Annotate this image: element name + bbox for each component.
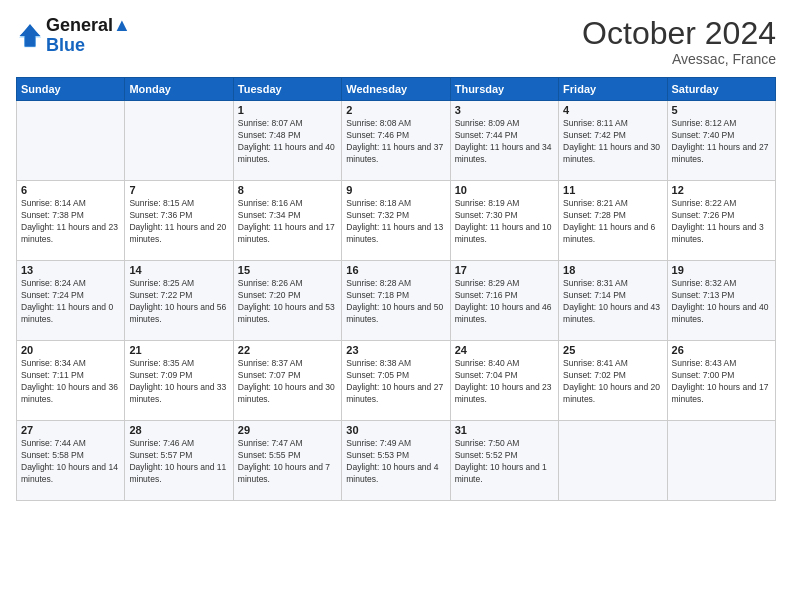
calendar-cell: 24Sunrise: 8:40 AMSunset: 7:04 PMDayligh… (450, 341, 558, 421)
day-info: Sunrise: 8:15 AMSunset: 7:36 PMDaylight:… (129, 198, 228, 246)
day-number: 30 (346, 424, 445, 436)
day-info: Sunrise: 8:19 AMSunset: 7:30 PMDaylight:… (455, 198, 554, 246)
calendar-cell: 7Sunrise: 8:15 AMSunset: 7:36 PMDaylight… (125, 181, 233, 261)
day-info: Sunrise: 8:09 AMSunset: 7:44 PMDaylight:… (455, 118, 554, 166)
calendar-cell: 12Sunrise: 8:22 AMSunset: 7:26 PMDayligh… (667, 181, 775, 261)
header-saturday: Saturday (667, 78, 775, 101)
header-tuesday: Tuesday (233, 78, 341, 101)
calendar-cell: 28Sunrise: 7:46 AMSunset: 5:57 PMDayligh… (125, 421, 233, 501)
day-number: 22 (238, 344, 337, 356)
calendar-cell: 16Sunrise: 8:28 AMSunset: 7:18 PMDayligh… (342, 261, 450, 341)
logo: General▲ Blue (16, 16, 131, 56)
day-number: 11 (563, 184, 662, 196)
day-info: Sunrise: 8:16 AMSunset: 7:34 PMDaylight:… (238, 198, 337, 246)
day-info: Sunrise: 8:12 AMSunset: 7:40 PMDaylight:… (672, 118, 771, 166)
calendar-table: Sunday Monday Tuesday Wednesday Thursday… (16, 77, 776, 501)
day-number: 1 (238, 104, 337, 116)
day-info: Sunrise: 7:49 AMSunset: 5:53 PMDaylight:… (346, 438, 445, 486)
header-thursday: Thursday (450, 78, 558, 101)
day-info: Sunrise: 7:50 AMSunset: 5:52 PMDaylight:… (455, 438, 554, 486)
calendar-cell (17, 101, 125, 181)
day-number: 23 (346, 344, 445, 356)
day-number: 24 (455, 344, 554, 356)
calendar-cell: 11Sunrise: 8:21 AMSunset: 7:28 PMDayligh… (559, 181, 667, 261)
calendar-cell: 21Sunrise: 8:35 AMSunset: 7:09 PMDayligh… (125, 341, 233, 421)
logo-icon (16, 22, 44, 50)
header-wednesday: Wednesday (342, 78, 450, 101)
day-info: Sunrise: 8:41 AMSunset: 7:02 PMDaylight:… (563, 358, 662, 406)
day-info: Sunrise: 8:40 AMSunset: 7:04 PMDaylight:… (455, 358, 554, 406)
weekday-header-row: Sunday Monday Tuesday Wednesday Thursday… (17, 78, 776, 101)
day-number: 14 (129, 264, 228, 276)
calendar-cell: 29Sunrise: 7:47 AMSunset: 5:55 PMDayligh… (233, 421, 341, 501)
day-info: Sunrise: 8:24 AMSunset: 7:24 PMDaylight:… (21, 278, 120, 326)
day-number: 3 (455, 104, 554, 116)
day-number: 26 (672, 344, 771, 356)
calendar-cell: 23Sunrise: 8:38 AMSunset: 7:05 PMDayligh… (342, 341, 450, 421)
day-number: 16 (346, 264, 445, 276)
calendar-cell: 10Sunrise: 8:19 AMSunset: 7:30 PMDayligh… (450, 181, 558, 261)
header-monday: Monday (125, 78, 233, 101)
day-number: 10 (455, 184, 554, 196)
calendar-week-row: 20Sunrise: 8:34 AMSunset: 7:11 PMDayligh… (17, 341, 776, 421)
day-info: Sunrise: 7:46 AMSunset: 5:57 PMDaylight:… (129, 438, 228, 486)
calendar-cell: 13Sunrise: 8:24 AMSunset: 7:24 PMDayligh… (17, 261, 125, 341)
day-number: 27 (21, 424, 120, 436)
day-number: 29 (238, 424, 337, 436)
day-number: 2 (346, 104, 445, 116)
calendar-cell: 1Sunrise: 8:07 AMSunset: 7:48 PMDaylight… (233, 101, 341, 181)
day-info: Sunrise: 8:38 AMSunset: 7:05 PMDaylight:… (346, 358, 445, 406)
calendar-cell (559, 421, 667, 501)
title-block: October 2024 Avessac, France (582, 16, 776, 67)
day-number: 13 (21, 264, 120, 276)
calendar-cell: 2Sunrise: 8:08 AMSunset: 7:46 PMDaylight… (342, 101, 450, 181)
day-info: Sunrise: 8:31 AMSunset: 7:14 PMDaylight:… (563, 278, 662, 326)
day-number: 5 (672, 104, 771, 116)
day-info: Sunrise: 8:37 AMSunset: 7:07 PMDaylight:… (238, 358, 337, 406)
header-sunday: Sunday (17, 78, 125, 101)
day-info: Sunrise: 8:43 AMSunset: 7:00 PMDaylight:… (672, 358, 771, 406)
day-info: Sunrise: 7:44 AMSunset: 5:58 PMDaylight:… (21, 438, 120, 486)
day-info: Sunrise: 8:32 AMSunset: 7:13 PMDaylight:… (672, 278, 771, 326)
day-number: 12 (672, 184, 771, 196)
day-number: 17 (455, 264, 554, 276)
day-info: Sunrise: 8:21 AMSunset: 7:28 PMDaylight:… (563, 198, 662, 246)
day-number: 20 (21, 344, 120, 356)
calendar-cell: 18Sunrise: 8:31 AMSunset: 7:14 PMDayligh… (559, 261, 667, 341)
calendar-week-row: 1Sunrise: 8:07 AMSunset: 7:48 PMDaylight… (17, 101, 776, 181)
calendar-week-row: 6Sunrise: 8:14 AMSunset: 7:38 PMDaylight… (17, 181, 776, 261)
header-friday: Friday (559, 78, 667, 101)
day-number: 19 (672, 264, 771, 276)
day-number: 9 (346, 184, 445, 196)
page-header: General▲ Blue October 2024 Avessac, Fran… (16, 16, 776, 67)
calendar-week-row: 27Sunrise: 7:44 AMSunset: 5:58 PMDayligh… (17, 421, 776, 501)
day-number: 4 (563, 104, 662, 116)
calendar-cell (667, 421, 775, 501)
calendar-cell: 26Sunrise: 8:43 AMSunset: 7:00 PMDayligh… (667, 341, 775, 421)
calendar-cell: 3Sunrise: 8:09 AMSunset: 7:44 PMDaylight… (450, 101, 558, 181)
day-number: 8 (238, 184, 337, 196)
calendar-cell: 27Sunrise: 7:44 AMSunset: 5:58 PMDayligh… (17, 421, 125, 501)
calendar-cell: 31Sunrise: 7:50 AMSunset: 5:52 PMDayligh… (450, 421, 558, 501)
day-number: 7 (129, 184, 228, 196)
day-number: 31 (455, 424, 554, 436)
day-info: Sunrise: 8:35 AMSunset: 7:09 PMDaylight:… (129, 358, 228, 406)
calendar-cell: 30Sunrise: 7:49 AMSunset: 5:53 PMDayligh… (342, 421, 450, 501)
month-title: October 2024 (582, 16, 776, 51)
day-info: Sunrise: 8:11 AMSunset: 7:42 PMDaylight:… (563, 118, 662, 166)
day-info: Sunrise: 7:47 AMSunset: 5:55 PMDaylight:… (238, 438, 337, 486)
logo-text: General▲ Blue (46, 16, 131, 56)
day-number: 6 (21, 184, 120, 196)
day-number: 21 (129, 344, 228, 356)
calendar-cell: 8Sunrise: 8:16 AMSunset: 7:34 PMDaylight… (233, 181, 341, 261)
calendar-cell: 19Sunrise: 8:32 AMSunset: 7:13 PMDayligh… (667, 261, 775, 341)
calendar-cell: 22Sunrise: 8:37 AMSunset: 7:07 PMDayligh… (233, 341, 341, 421)
calendar-cell: 6Sunrise: 8:14 AMSunset: 7:38 PMDaylight… (17, 181, 125, 261)
location: Avessac, France (582, 51, 776, 67)
day-info: Sunrise: 8:22 AMSunset: 7:26 PMDaylight:… (672, 198, 771, 246)
calendar-cell: 25Sunrise: 8:41 AMSunset: 7:02 PMDayligh… (559, 341, 667, 421)
day-number: 15 (238, 264, 337, 276)
calendar-cell: 17Sunrise: 8:29 AMSunset: 7:16 PMDayligh… (450, 261, 558, 341)
day-info: Sunrise: 8:34 AMSunset: 7:11 PMDaylight:… (21, 358, 120, 406)
day-number: 18 (563, 264, 662, 276)
